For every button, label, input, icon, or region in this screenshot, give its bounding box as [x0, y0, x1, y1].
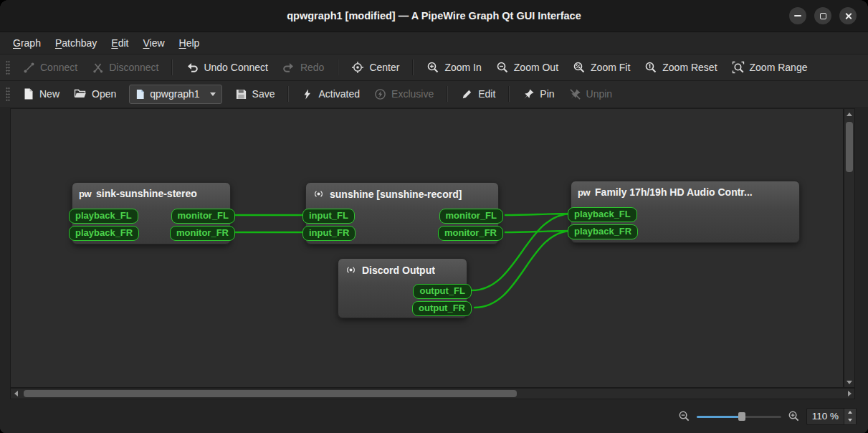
- zoom-range-icon: [732, 61, 745, 74]
- zoom-out-button[interactable]: Zoom Out: [489, 57, 566, 77]
- zoom-reset-button[interactable]: Zoom Reset: [637, 57, 724, 77]
- zoom-in-label: Zoom In: [444, 62, 481, 73]
- disconnect-label: Disconnect: [109, 62, 158, 73]
- session-name: qpwgraph1: [150, 88, 199, 100]
- menu-label: G: [13, 37, 21, 49]
- menu-edit[interactable]: Edit: [104, 34, 135, 52]
- new-button[interactable]: New: [16, 84, 67, 104]
- save-button[interactable]: Save: [228, 85, 282, 104]
- node-header: pw sink-sunshine-stereo: [72, 183, 230, 199]
- zoom-range-label: Zoom Range: [750, 62, 808, 73]
- scroll-down-arrow[interactable]: [844, 377, 854, 387]
- pencil-icon: [461, 88, 473, 100]
- menu-help[interactable]: Help: [172, 34, 207, 52]
- zoom-out-icon[interactable]: [678, 410, 690, 422]
- undo-connect-button[interactable]: Undo Connect: [178, 58, 275, 77]
- activated-button[interactable]: Activated: [295, 85, 367, 104]
- center-button[interactable]: Center: [344, 57, 406, 77]
- activated-label: Activated: [318, 88, 360, 100]
- menu-label: elp: [186, 37, 200, 49]
- zoom-slider[interactable]: [697, 411, 781, 422]
- redo-icon: [282, 62, 295, 73]
- zoom-fit-icon: [573, 61, 586, 74]
- zoom-in-button[interactable]: Zoom In: [419, 57, 488, 77]
- maximize-button[interactable]: [814, 7, 831, 24]
- open-button[interactable]: Open: [67, 84, 123, 104]
- horizontal-scrollbar[interactable]: [10, 388, 855, 399]
- toolbar-file: New Open qpwgraph1 Save Activated Exclus…: [0, 80, 868, 107]
- connect-label: Connect: [40, 62, 77, 73]
- toolbar-handle[interactable]: [6, 87, 10, 101]
- open-label: Open: [92, 88, 116, 100]
- statusbar: 110 %: [0, 399, 868, 433]
- redo-button: Redo: [275, 58, 331, 77]
- node-header: pw Family 17h/19h HD Audio Contr...: [571, 181, 799, 198]
- scroll-right-arrow[interactable]: [844, 389, 854, 399]
- zoom-controls: 110 %: [678, 408, 857, 425]
- menu-graph[interactable]: Graph: [6, 34, 48, 52]
- node-header: Discord Output: [338, 259, 467, 276]
- zoom-spinbox[interactable]: 110 %: [806, 408, 857, 425]
- node-sink-sunshine-stereo[interactable]: pw sink-sunshine-stereo playback_FL moni…: [72, 182, 231, 244]
- scroll-left-arrow[interactable]: [11, 389, 21, 399]
- output-port[interactable]: monitor_FR: [170, 226, 235, 241]
- output-port[interactable]: monitor_FL: [439, 209, 504, 224]
- input-port[interactable]: input_FR: [302, 226, 356, 241]
- input-port[interactable]: playback_FR: [69, 226, 139, 241]
- zoom-range-button[interactable]: Zoom Range: [725, 57, 815, 77]
- output-port[interactable]: output_FL: [413, 284, 472, 299]
- close-button[interactable]: [839, 7, 857, 24]
- document-icon: [135, 89, 145, 100]
- zoom-in-icon[interactable]: [788, 410, 800, 422]
- menu-view[interactable]: View: [135, 34, 171, 52]
- node-discord-output[interactable]: Discord Output output_FL output_FR: [338, 258, 467, 318]
- output-port[interactable]: monitor_FR: [438, 226, 503, 241]
- toolbar-separator: [171, 60, 173, 75]
- zoom-reset-label: Zoom Reset: [662, 62, 717, 73]
- input-port[interactable]: playback_FR: [568, 224, 638, 239]
- vertical-scrollbar-thumb[interactable]: [846, 122, 853, 172]
- lightning-icon: [302, 88, 313, 100]
- output-port[interactable]: output_FR: [412, 301, 472, 316]
- input-port[interactable]: playback_FL: [568, 207, 637, 222]
- session-selector[interactable]: qpwgraph1: [129, 85, 221, 104]
- horizontal-scrollbar-thumb[interactable]: [24, 390, 517, 397]
- undo-label: Undo Connect: [204, 62, 268, 73]
- spin-arrows: [844, 409, 856, 424]
- open-folder-icon: [74, 87, 87, 100]
- spin-down-button[interactable]: [844, 417, 856, 424]
- disconnect-button: Disconnect: [85, 58, 166, 77]
- slider-handle[interactable]: [738, 412, 745, 421]
- pipewire-icon: pw: [578, 187, 590, 198]
- toolbar-separator: [412, 60, 414, 75]
- pin-icon: [523, 88, 535, 100]
- zoom-value[interactable]: 110 %: [807, 409, 844, 424]
- toolbar-handle[interactable]: [6, 60, 10, 75]
- spin-up-button[interactable]: [844, 409, 856, 417]
- zoom-out-icon: [496, 61, 509, 74]
- redo-label: Redo: [300, 62, 324, 73]
- new-label: New: [39, 88, 59, 100]
- edit-button[interactable]: Edit: [454, 85, 502, 104]
- scroll-up-arrow[interactable]: [844, 109, 854, 119]
- pipewire-icon: pw: [79, 189, 91, 199]
- pin-button[interactable]: Pin: [515, 85, 561, 104]
- connect-button: Connect: [16, 58, 85, 77]
- minimize-button[interactable]: [789, 7, 806, 24]
- node-sunshine[interactable]: sunshine [sunshine-record] input_FL moni…: [305, 182, 499, 244]
- input-port[interactable]: input_FL: [302, 209, 355, 224]
- center-label: Center: [369, 62, 399, 73]
- vertical-scrollbar[interactable]: [844, 108, 855, 388]
- zoom-fit-label: Zoom Fit: [591, 62, 630, 73]
- node-family-hd-audio[interactable]: pw Family 17h/19h HD Audio Contr... play…: [571, 181, 800, 243]
- unpin-label: Unpin: [586, 88, 613, 100]
- zoom-reset-icon: [644, 61, 657, 74]
- input-port[interactable]: playback_FL: [69, 209, 138, 224]
- graph-canvas[interactable]: pw sink-sunshine-stereo playback_FL moni…: [10, 108, 844, 388]
- window-title: qpwgraph1 [modified] — A PipeWire Graph …: [287, 10, 581, 22]
- output-port[interactable]: monitor_FL: [171, 209, 236, 224]
- toolbar-separator: [508, 86, 510, 102]
- zoom-fit-button[interactable]: Zoom Fit: [566, 57, 637, 77]
- menu-patchbay[interactable]: Patchbay: [48, 34, 104, 52]
- node-title: sunshine [sunshine-record]: [330, 189, 462, 200]
